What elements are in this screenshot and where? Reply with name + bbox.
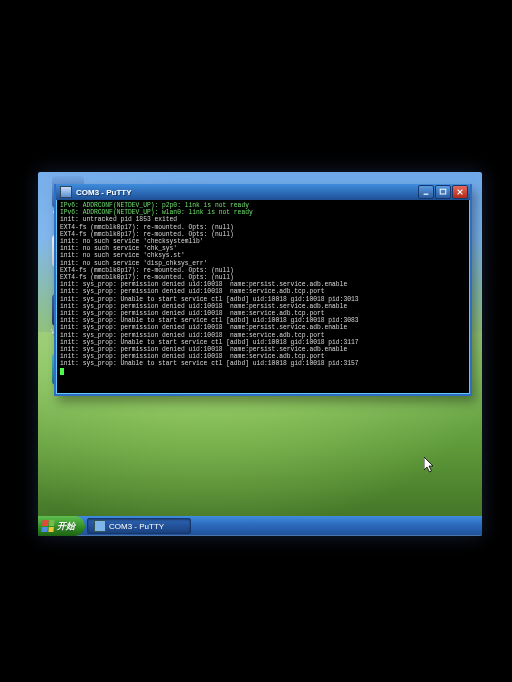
- task-putty[interactable]: COM3 - PuTTY: [87, 518, 191, 534]
- titlebar[interactable]: COM3 - PuTTY: [56, 184, 470, 200]
- start-button[interactable]: 开始: [38, 516, 85, 536]
- window-buttons: [418, 185, 468, 199]
- task-item-label: COM3 - PuTTY: [109, 522, 164, 531]
- minimize-button[interactable]: [418, 185, 434, 199]
- windows-flag-icon: [41, 520, 54, 532]
- putty-icon: [60, 186, 72, 198]
- putty-window[interactable]: COM3 - PuTTY IPv6: ADDRCONF(NETDEV_UP): …: [54, 184, 472, 396]
- window-title: COM3 - PuTTY: [76, 188, 414, 197]
- taskbar: 开始 COM3 - PuTTY: [38, 516, 482, 536]
- svg-rect-0: [424, 194, 429, 195]
- start-label: 开始: [57, 520, 75, 533]
- laptop-bezel: WPS网盘puttyWPS 2019百度网盘 COM3 - PuTTY: [0, 0, 512, 682]
- maximize-button[interactable]: [435, 185, 451, 199]
- svg-rect-1: [440, 189, 446, 194]
- close-button[interactable]: [452, 185, 468, 199]
- taskbar-items: COM3 - PuTTY: [85, 516, 193, 536]
- screen: WPS网盘puttyWPS 2019百度网盘 COM3 - PuTTY: [38, 172, 482, 536]
- terminal-cursor: [60, 368, 64, 375]
- terminal-output[interactable]: IPv6: ADDRCONF(NETDEV_UP): p2p0: link is…: [56, 200, 470, 394]
- task-app-icon: [94, 520, 106, 532]
